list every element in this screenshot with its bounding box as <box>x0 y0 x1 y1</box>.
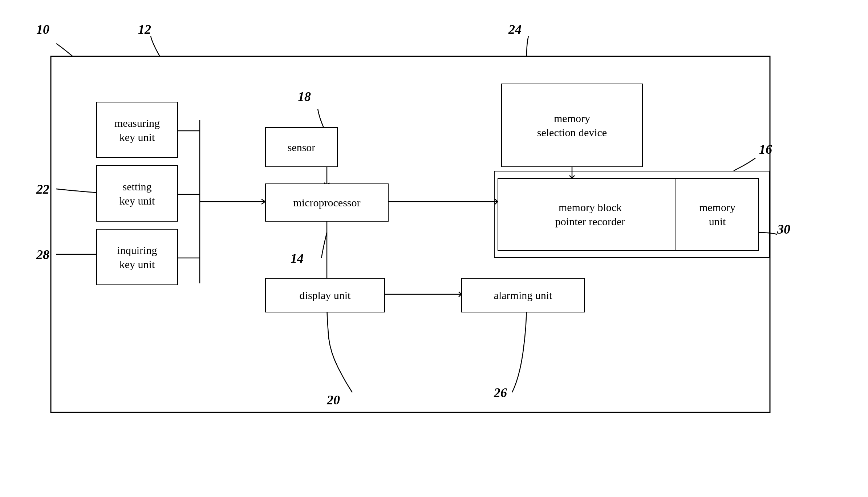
ref-26: 26 <box>494 385 507 400</box>
alarming-unit-label: alarming unit <box>494 288 552 302</box>
display-unit-label: display unit <box>300 288 351 302</box>
sensor-label: sensor <box>288 140 316 154</box>
ref-12: 12 <box>138 22 151 37</box>
inquiring-key-unit-box: inquiringkey unit <box>96 229 178 285</box>
alarming-unit-box: alarming unit <box>461 278 585 312</box>
memory-selection-device-box: memoryselection device <box>501 84 643 167</box>
display-unit-box: display unit <box>265 278 385 312</box>
inquiring-key-unit-label: inquiringkey unit <box>117 243 157 271</box>
ref-22: 22 <box>36 182 49 197</box>
ref-14: 14 <box>291 251 304 266</box>
ref-28: 28 <box>36 247 49 262</box>
ref-10: 10 <box>36 22 49 37</box>
measuring-key-unit-label: measuringkey unit <box>114 116 160 144</box>
memory-group-outer-box <box>494 171 770 258</box>
ref-20: 20 <box>327 392 340 408</box>
ref-18: 18 <box>298 89 311 104</box>
ref-24: 24 <box>508 22 522 37</box>
sensor-box: sensor <box>265 127 338 167</box>
setting-key-unit-box: settingkey unit <box>96 165 178 222</box>
microprocessor-label: microprocessor <box>293 195 361 210</box>
measuring-key-unit-box: measuringkey unit <box>96 102 178 158</box>
ref-30: 30 <box>777 222 790 237</box>
setting-key-unit-label: settingkey unit <box>119 179 155 208</box>
microprocessor-box: microprocessor <box>265 183 389 222</box>
memory-selection-device-label: memoryselection device <box>537 111 607 140</box>
ref-16: 16 <box>759 142 772 157</box>
